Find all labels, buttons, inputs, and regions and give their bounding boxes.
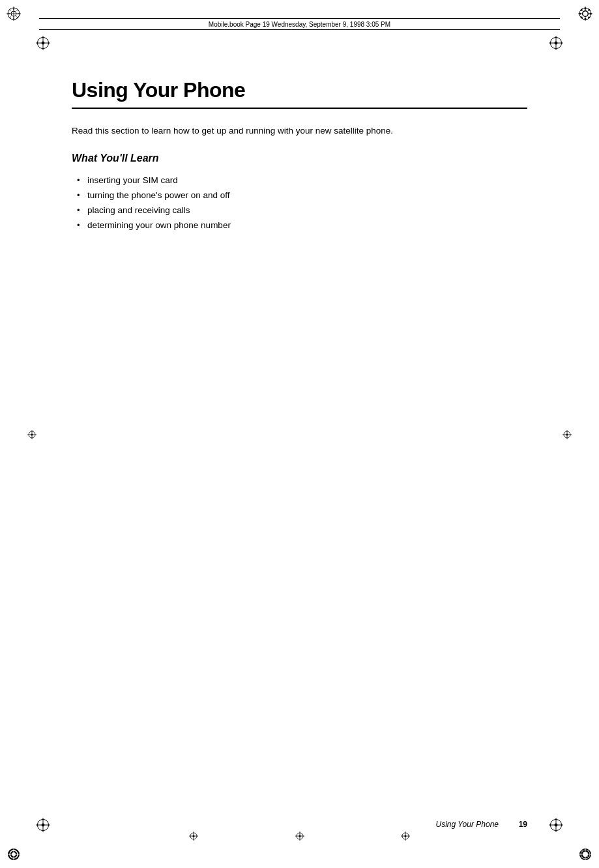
main-content: Using Your Phone Read this section to le… (72, 52, 527, 790)
reg-mark-inner-top-right (549, 36, 563, 50)
svg-point-18 (585, 18, 587, 20)
crosshair-bottom-center (295, 832, 304, 841)
crosshair-middle-left (27, 430, 37, 439)
page: Mobile.book Page 19 Wednesday, September… (0, 0, 599, 868)
svg-point-60 (299, 835, 301, 837)
svg-point-21 (581, 9, 583, 11)
footer: Using Your Phone 19 (72, 820, 527, 829)
reg-mark-bottom-left-outer (7, 847, 21, 861)
list-item: inserting your SIM card (72, 173, 527, 188)
svg-point-40 (42, 42, 45, 45)
svg-point-22 (588, 16, 590, 18)
header-text: Mobile.book Page 19 Wednesday, September… (206, 21, 393, 28)
reg-mark-bottom-right-outer (578, 847, 592, 861)
reg-mark-inner-bottom-left (36, 818, 50, 832)
svg-point-68 (31, 434, 33, 436)
svg-point-19 (579, 13, 581, 15)
reg-mark-top-left-outer (7, 7, 21, 21)
title-rule (72, 108, 527, 109)
header-bar: Mobile.book Page 19 Wednesday, September… (39, 18, 560, 30)
footer-page-number: 19 (512, 820, 527, 829)
crosshair-bottom-right (401, 832, 410, 841)
svg-line-10 (16, 10, 18, 11)
svg-point-44 (555, 42, 558, 45)
svg-point-16 (583, 12, 588, 16)
bullet-list: inserting your SIM card turning the phon… (72, 173, 527, 233)
reg-mark-inner-bottom-right (549, 818, 563, 832)
list-item: placing and receiving calls (72, 203, 527, 218)
svg-line-11 (10, 16, 11, 18)
svg-point-52 (555, 824, 558, 827)
svg-point-72 (566, 434, 568, 436)
footer-chapter-label: Using Your Phone (435, 820, 499, 829)
svg-point-20 (590, 13, 592, 15)
list-item: determining your own phone number (72, 218, 527, 233)
svg-point-64 (405, 835, 407, 837)
svg-point-24 (581, 16, 583, 18)
svg-point-48 (42, 824, 45, 827)
crosshair-bottom-left (189, 832, 198, 841)
svg-point-17 (585, 8, 587, 10)
svg-point-23 (588, 9, 590, 11)
svg-point-56 (193, 835, 195, 837)
chapter-title: Using Your Phone (72, 78, 527, 102)
reg-mark-inner-top-left (36, 36, 50, 50)
intro-paragraph: Read this section to learn how to get up… (72, 124, 411, 138)
svg-line-8 (10, 10, 11, 11)
list-item: turning the phone's power on and off (72, 188, 527, 203)
section-heading: What You'll Learn (72, 152, 527, 164)
reg-mark-top-right-outer (578, 7, 592, 21)
svg-line-9 (16, 16, 18, 18)
crosshair-middle-right (562, 430, 572, 439)
